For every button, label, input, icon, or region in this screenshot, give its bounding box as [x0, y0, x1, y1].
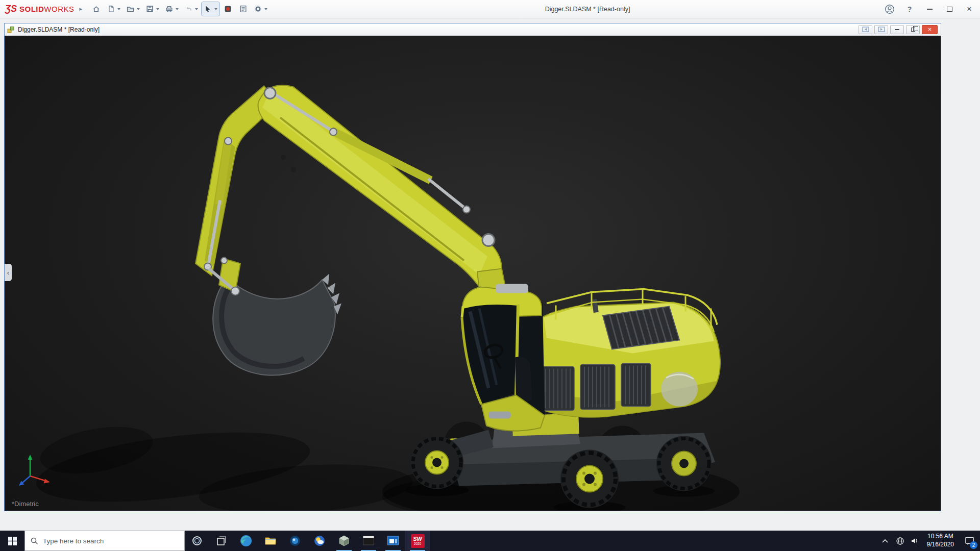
dassault-mark-icon: ƷS [5, 4, 17, 14]
select-tool-button[interactable] [202, 2, 219, 16]
app-minimize-button[interactable] [924, 3, 935, 15]
speaker-icon [911, 537, 919, 545]
home-icon [92, 5, 101, 13]
windows-logo-icon [8, 537, 17, 545]
edge-browser-icon [239, 534, 253, 547]
assembly-icon [7, 26, 15, 34]
record-macro-button[interactable] [221, 2, 235, 16]
sw-badge-text: SW [413, 536, 422, 542]
dropdown-caret-icon[interactable] [195, 8, 198, 10]
clock-time: 10:56 AM [927, 533, 954, 541]
tray-show-hidden-icons-button[interactable] [878, 531, 893, 551]
flyout-chevron-icon: ‹ [7, 269, 9, 277]
record-macro-icon [224, 5, 232, 13]
options-button[interactable] [252, 2, 270, 16]
viewport-3d[interactable]: ‹ *Dimetric [5, 36, 941, 511]
solidworks-2020-badge: SW 2020 [411, 534, 425, 548]
help-button[interactable]: ? [904, 3, 915, 15]
document-title: Digger.SLDASM * [Read-only] [18, 26, 100, 33]
account-button[interactable] [884, 3, 895, 15]
document-window-controls: × [859, 25, 939, 34]
taskbar-clock[interactable]: 10:56 AM 9/16/2020 [922, 533, 959, 548]
help-icon: ? [908, 5, 912, 13]
tray-network-button[interactable] [893, 531, 908, 551]
app-title: Digger.SLDASM * [Read-only] [545, 6, 630, 13]
document-window: Digger.SLDASM * [Read-only] × [4, 23, 941, 511]
start-button[interactable] [0, 531, 24, 551]
tray-volume-button[interactable] [908, 531, 922, 551]
solidworks-logo: ƷS SOLIDWORKS [5, 4, 75, 14]
taskbar-weather-app-icon[interactable] [307, 531, 332, 551]
app-titlebar: ƷS SOLIDWORKS ▸ [0, 0, 980, 18]
dark-window-icon [362, 535, 375, 546]
minimize-icon [895, 29, 899, 30]
app-maximize-button[interactable] [944, 3, 955, 15]
dropdown-caret-icon[interactable] [214, 8, 217, 10]
maximize-icon [947, 7, 952, 12]
taskbar-blue-window-icon[interactable] [381, 531, 405, 551]
taskbar-file-explorer-icon[interactable] [258, 531, 283, 551]
undo-icon [184, 5, 193, 13]
menu-expand-chevron-icon[interactable]: ▸ [80, 6, 83, 12]
app-close-button[interactable]: × [964, 3, 975, 15]
resources-list-icon [239, 5, 248, 13]
new-document-button[interactable] [105, 2, 122, 16]
doc-pane-left-button[interactable] [859, 25, 872, 34]
dropdown-caret-icon[interactable] [176, 8, 179, 10]
brand-works-text: WORKS [44, 5, 74, 13]
close-icon: × [928, 26, 932, 33]
taskbar-edge-icon[interactable] [234, 531, 258, 551]
search-box[interactable]: Type here to search [24, 531, 185, 551]
network-globe-icon [896, 537, 904, 545]
close-icon: × [967, 5, 972, 13]
weather-icon [313, 535, 326, 547]
titlebar-right-controls: ? × [884, 3, 975, 15]
file-explorer-icon [264, 535, 277, 547]
task-view-button[interactable] [209, 531, 234, 551]
undo-button[interactable] [182, 2, 200, 16]
dropdown-caret-icon[interactable] [117, 8, 120, 10]
sw-badge-year: 2020 [414, 542, 421, 546]
taskbar-solidworks-2020-icon[interactable]: SW 2020 [405, 531, 430, 551]
taskbar-console-window-icon[interactable] [356, 531, 381, 551]
feature-tree-flyout-tab[interactable]: ‹ [5, 264, 12, 281]
view-orientation-label: *Dimetric [12, 500, 39, 508]
notification-count-badge: 2 [970, 541, 977, 549]
save-icon [145, 5, 154, 13]
open-button[interactable] [124, 2, 142, 16]
print-button[interactable] [163, 2, 181, 16]
document-titlebar: Digger.SLDASM * [Read-only] × [5, 23, 941, 36]
excavator-model [5, 36, 941, 511]
select-cursor-icon [204, 5, 212, 13]
open-folder-icon [126, 5, 135, 13]
blue-sphere-icon [289, 535, 301, 547]
home-button[interactable] [89, 2, 103, 16]
pane-left-icon [862, 27, 869, 32]
doc-close-button[interactable]: × [922, 25, 938, 34]
doc-restore-button[interactable] [906, 25, 920, 34]
taskbar-blue-sphere-app-icon[interactable] [283, 531, 307, 551]
app-client-area: Digger.SLDASM * [Read-only] × [0, 18, 980, 531]
clock-date: 9/16/2020 [927, 541, 954, 549]
doc-pane-right-button[interactable] [874, 25, 888, 34]
cube-hexagon-icon [338, 535, 350, 547]
minimize-icon [927, 9, 933, 10]
screen: ƷS SOLIDWORKS ▸ [0, 0, 980, 551]
dropdown-caret-icon[interactable] [137, 8, 140, 10]
brand-solid-text: SOLID [19, 5, 44, 13]
taskbar-edrawings-icon[interactable] [332, 531, 356, 551]
orientation-triad [17, 450, 54, 489]
dropdown-caret-icon[interactable] [156, 8, 159, 10]
dropdown-caret-icon[interactable] [264, 8, 267, 10]
save-button[interactable] [143, 2, 161, 16]
cortana-button[interactable] [185, 531, 209, 551]
action-center-button[interactable]: 2 [959, 531, 980, 551]
quick-access-toolbar [89, 2, 270, 16]
print-icon [165, 5, 174, 13]
solidworks-resources-button[interactable] [236, 2, 250, 16]
pane-right-icon [878, 27, 885, 32]
doc-minimize-button[interactable] [890, 25, 904, 34]
cortana-icon [191, 535, 203, 546]
chevron-up-icon [881, 538, 889, 544]
system-tray: 10:56 AM 9/16/2020 2 [878, 531, 980, 551]
